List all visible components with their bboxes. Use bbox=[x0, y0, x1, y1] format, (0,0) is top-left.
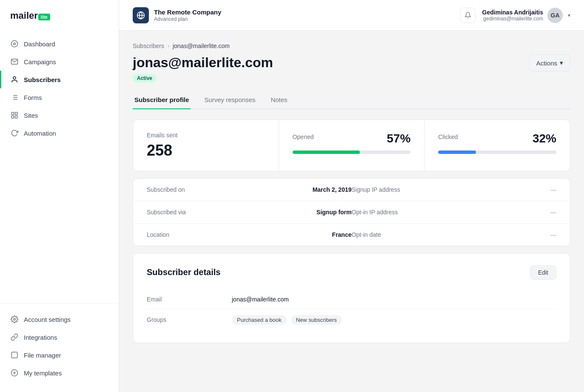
optin-ip-value: — bbox=[454, 209, 556, 216]
sidebar-item-label: Account settings bbox=[24, 316, 71, 323]
main-nav: Dashboard Campaigns Subscribers Forms Si… bbox=[0, 35, 119, 142]
sidebar-item-file-manager[interactable]: File manager bbox=[0, 346, 119, 364]
sidebar-item-account-settings[interactable]: Account settings bbox=[0, 310, 119, 328]
tab-notes[interactable]: Notes bbox=[269, 91, 289, 109]
opened-progress-bg bbox=[293, 151, 411, 154]
page-title: jonas@mailerlite.com bbox=[133, 54, 273, 71]
campaigns-icon bbox=[10, 57, 19, 66]
account-settings-icon bbox=[10, 315, 19, 324]
breadcrumb-separator: › bbox=[168, 43, 169, 49]
subscribed-via-label: Subscribed via bbox=[147, 209, 249, 216]
sidebar-item-label: Automation bbox=[24, 130, 56, 137]
clicked-progress-bg bbox=[438, 151, 556, 154]
opened-stat: Opened 57% bbox=[279, 120, 425, 171]
company-avatar bbox=[133, 7, 149, 23]
location-label: Location bbox=[147, 231, 249, 238]
notification-bell-button[interactable] bbox=[460, 8, 476, 23]
sidebar-item-subscribers[interactable]: Subscribers bbox=[0, 71, 119, 88]
email-detail-label: Email bbox=[147, 296, 232, 303]
subscribed-on-label: Subscribed on bbox=[147, 186, 249, 193]
user-name: Gediminas Andrijaitis bbox=[482, 9, 543, 16]
groups-detail-row: Groups Purchased a book New subscribers bbox=[147, 309, 556, 331]
page-title-block: jonas@mailerlite.com Active bbox=[133, 54, 273, 82]
sidebar-item-label: File manager bbox=[24, 352, 61, 359]
svg-point-0 bbox=[11, 41, 18, 47]
topbar-company: The Remote Company Advanced plan bbox=[133, 7, 221, 23]
company-info: The Remote Company Advanced plan bbox=[154, 8, 221, 23]
subscriber-details-card: Subscriber details Edit Email jonas@mail… bbox=[133, 253, 570, 343]
company-plan: Advanced plan bbox=[154, 16, 221, 22]
svg-rect-9 bbox=[11, 112, 14, 114]
stats-card: Emails sent 258 Opened 57% Clicked 32% bbox=[133, 119, 570, 171]
group-tag-purchased-book[interactable]: Purchased a book bbox=[232, 315, 287, 325]
svg-point-13 bbox=[14, 318, 16, 321]
sidebar-item-integrations[interactable]: Integrations bbox=[0, 328, 119, 346]
breadcrumb-current: jonas@mailerlite.com bbox=[173, 43, 230, 49]
sidebar-item-dashboard[interactable]: Dashboard bbox=[0, 35, 119, 53]
sidebar-item-label: Forms bbox=[24, 94, 42, 101]
emails-sent-value: 258 bbox=[147, 142, 265, 159]
file-manager-icon bbox=[10, 351, 19, 359]
tab-survey-responses[interactable]: Survey responses bbox=[202, 91, 257, 109]
svg-rect-14 bbox=[11, 352, 17, 358]
breadcrumb: Subscribers › jonas@mailerlite.com bbox=[133, 43, 570, 49]
sidebar-item-sites[interactable]: Sites bbox=[0, 106, 119, 124]
tab-subscriber-profile[interactable]: Subscriber profile bbox=[133, 91, 191, 109]
subscribed-via-row: Subscribed via Signup form Opt-in IP add… bbox=[133, 201, 570, 224]
svg-rect-12 bbox=[11, 116, 14, 118]
page-header: jonas@mailerlite.com Active Actions ▾ bbox=[133, 54, 570, 82]
groups-detail-label: Groups bbox=[147, 316, 232, 323]
sidebar-item-label: My templates bbox=[24, 369, 62, 377]
optin-date-value: — bbox=[454, 231, 556, 238]
topbar: The Remote Company Advanced plan Gedimin… bbox=[119, 0, 584, 31]
sidebar-item-label: Sites bbox=[24, 112, 38, 119]
user-menu[interactable]: Gediminas Andrijaitis gediminas@mailerli… bbox=[482, 8, 570, 23]
sidebar-item-label: Campaigns bbox=[24, 58, 56, 65]
sidebar-item-label: Integrations bbox=[24, 334, 57, 341]
status-badge: Active bbox=[133, 74, 157, 82]
logo: mailerlite bbox=[0, 10, 119, 35]
clicked-label: Clicked bbox=[438, 134, 458, 140]
subscribed-on-row: Subscribed on March 2, 2019 Signup IP ad… bbox=[133, 179, 570, 201]
opened-label: Opened bbox=[293, 134, 314, 140]
forms-icon bbox=[10, 93, 19, 102]
company-name: The Remote Company bbox=[154, 8, 221, 17]
main-content: The Remote Company Advanced plan Gedimin… bbox=[119, 0, 584, 392]
actions-chevron-icon: ▾ bbox=[560, 59, 563, 67]
sidebar-item-my-templates[interactable]: My templates bbox=[0, 364, 119, 382]
tab-bar: Subscriber profile Survey responses Note… bbox=[133, 91, 570, 109]
chevron-down-icon: ▾ bbox=[568, 12, 570, 18]
group-tag-new-subscribers[interactable]: New subscribers bbox=[291, 315, 342, 325]
sidebar-item-label: Subscribers bbox=[24, 76, 61, 83]
breadcrumb-parent[interactable]: Subscribers bbox=[133, 43, 164, 49]
details-header: Subscriber details Edit bbox=[147, 265, 556, 280]
signup-ip-value: — bbox=[454, 186, 556, 193]
email-detail-value: jonas@mailerlite.com bbox=[232, 296, 556, 303]
opened-percent: 57% bbox=[387, 132, 410, 145]
user-avatar: GA bbox=[547, 8, 563, 23]
integrations-icon bbox=[10, 333, 19, 341]
page-content: Subscribers › jonas@mailerlite.com jonas… bbox=[119, 31, 584, 392]
subscriber-info-card: Subscribed on March 2, 2019 Signup IP ad… bbox=[133, 178, 570, 246]
sites-icon bbox=[10, 111, 19, 119]
topbar-user: Gediminas Andrijaitis gediminas@mailerli… bbox=[460, 8, 570, 23]
user-email: gediminas@mailerlite.com bbox=[482, 16, 543, 22]
opened-progress-fill bbox=[293, 151, 360, 154]
subscribers-icon bbox=[10, 75, 19, 84]
user-name-block: Gediminas Andrijaitis gediminas@mailerli… bbox=[482, 9, 543, 22]
automation-icon bbox=[10, 129, 19, 137]
sidebar-item-automation[interactable]: Automation bbox=[0, 124, 119, 142]
my-templates-icon bbox=[10, 369, 19, 377]
sidebar-item-campaigns[interactable]: Campaigns bbox=[0, 53, 119, 71]
subscribed-on-value: March 2, 2019 bbox=[249, 186, 352, 193]
actions-button[interactable]: Actions ▾ bbox=[529, 54, 570, 71]
edit-button[interactable]: Edit bbox=[530, 265, 556, 280]
location-row: Location France Opt-in date — bbox=[133, 224, 570, 246]
optin-ip-label: Opt-in IP address bbox=[352, 209, 454, 216]
bottom-nav: Account settings Integrations File manag… bbox=[0, 303, 119, 382]
emails-sent-label: Emails sent bbox=[147, 132, 265, 139]
email-detail-row: Email jonas@mailerlite.com bbox=[147, 290, 556, 309]
sidebar-item-forms[interactable]: Forms bbox=[0, 88, 119, 106]
clicked-progress-fill bbox=[438, 151, 476, 154]
clicked-percent: 32% bbox=[533, 132, 556, 145]
